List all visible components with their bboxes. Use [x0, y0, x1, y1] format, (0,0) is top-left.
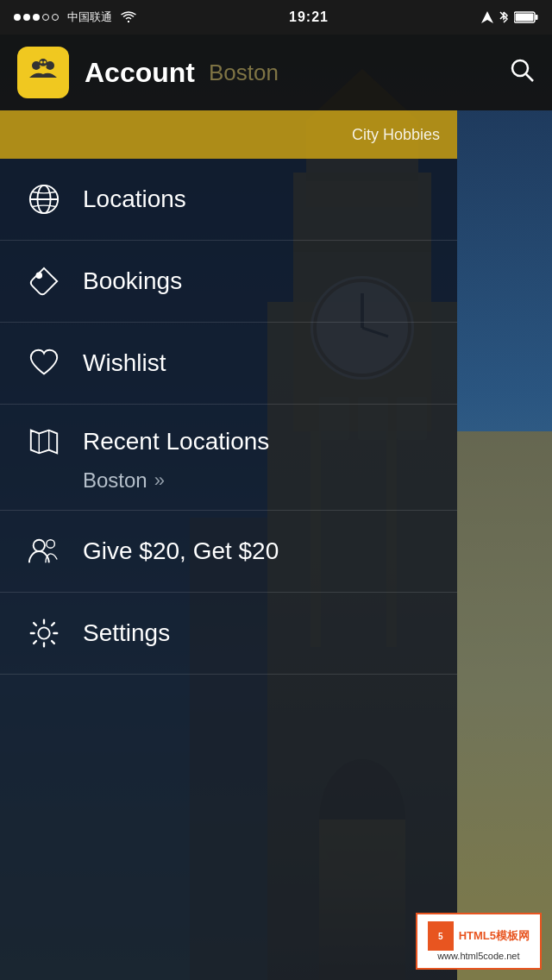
- recent-locations-icon: [24, 422, 64, 462]
- menu-item-wishlist[interactable]: Wishlist: [0, 323, 457, 405]
- yellow-bar: City Hobbies: [0, 110, 457, 159]
- watermark-top: 5 HTML5模板网: [428, 921, 530, 951]
- dot-1: [14, 14, 21, 21]
- battery-icon: [514, 11, 538, 23]
- bookings-icon: [24, 261, 64, 301]
- svg-line-32: [526, 74, 533, 81]
- recent-locations-sub: Boston »: [83, 468, 433, 493]
- svg-rect-24: [515, 14, 533, 22]
- svg-point-40: [34, 540, 45, 551]
- menu-item-referral[interactable]: Give $20, Get $20: [0, 511, 457, 593]
- svg-point-30: [44, 60, 47, 63]
- map-icon: [28, 425, 60, 458]
- svg-point-28: [46, 61, 54, 70]
- svg-point-36: [36, 273, 41, 279]
- svg-marker-37: [31, 430, 57, 454]
- carrier-label: 中国联通: [67, 9, 112, 25]
- status-bar: 中国联通 19:21: [0, 0, 552, 35]
- header-city-hint: Boston: [209, 60, 279, 86]
- bookings-label: Bookings: [83, 267, 182, 295]
- referral-icon: [24, 531, 64, 571]
- yellow-bar-text: City Hobbies: [352, 126, 440, 144]
- settings-label: Settings: [83, 619, 170, 647]
- recent-city: Boston: [83, 468, 147, 493]
- dot-3: [33, 14, 40, 21]
- heart-icon: [28, 347, 60, 380]
- header-title: Account: [85, 57, 195, 89]
- referral-label: Give $20, Get $20: [83, 537, 279, 565]
- menu-item-bookings[interactable]: Bookings: [0, 241, 457, 323]
- bluetooth-icon: [499, 10, 509, 24]
- header: Account Boston: [0, 35, 552, 110]
- globe-icon: [28, 183, 60, 216]
- logo-svg: [24, 52, 62, 90]
- watermark-title: HTML5模板网: [459, 928, 530, 944]
- menu-item-recent-locations[interactable]: Recent Locations Boston »: [0, 405, 457, 511]
- people-icon: [28, 535, 60, 568]
- logo-icon: [24, 52, 62, 94]
- status-right: [481, 10, 538, 24]
- menu-item-settings[interactable]: Settings: [0, 593, 457, 675]
- dot-4: [42, 14, 49, 21]
- dot-2: [23, 14, 30, 21]
- locations-label: Locations: [83, 185, 186, 213]
- locations-icon: [24, 179, 64, 219]
- svg-rect-25: [24, 52, 62, 90]
- watermark-url: www.html5code.net: [437, 951, 519, 961]
- recent-chevron: »: [154, 469, 165, 492]
- gear-icon: [28, 617, 60, 650]
- html5-badge: 5: [428, 921, 454, 951]
- menu-panel: City Hobbies Locations Bookings: [0, 110, 457, 980]
- wishlist-icon: [24, 343, 64, 383]
- svg-marker-21: [481, 11, 493, 23]
- svg-point-29: [41, 60, 43, 63]
- svg-rect-15: [457, 431, 552, 980]
- status-time: 19:21: [289, 9, 329, 25]
- search-icon: [509, 57, 535, 83]
- wifi-icon: [121, 11, 136, 23]
- svg-point-41: [47, 540, 55, 549]
- recent-locations-label: Recent Locations: [83, 428, 269, 455]
- location-icon: [481, 11, 493, 23]
- svg-point-42: [38, 627, 49, 638]
- wishlist-label: Wishlist: [83, 349, 166, 377]
- tag-icon: [28, 265, 60, 298]
- signal-dots: [14, 14, 59, 21]
- svg-point-31: [512, 60, 528, 76]
- dot-5: [52, 14, 59, 21]
- status-left: 中国联通: [14, 9, 136, 25]
- settings-icon: [24, 613, 64, 653]
- watermark: 5 HTML5模板网 www.html5code.net: [416, 913, 542, 970]
- search-button[interactable]: [509, 57, 535, 89]
- svg-rect-23: [535, 15, 537, 20]
- menu-item-locations[interactable]: Locations: [0, 159, 457, 241]
- app-logo[interactable]: [17, 47, 69, 98]
